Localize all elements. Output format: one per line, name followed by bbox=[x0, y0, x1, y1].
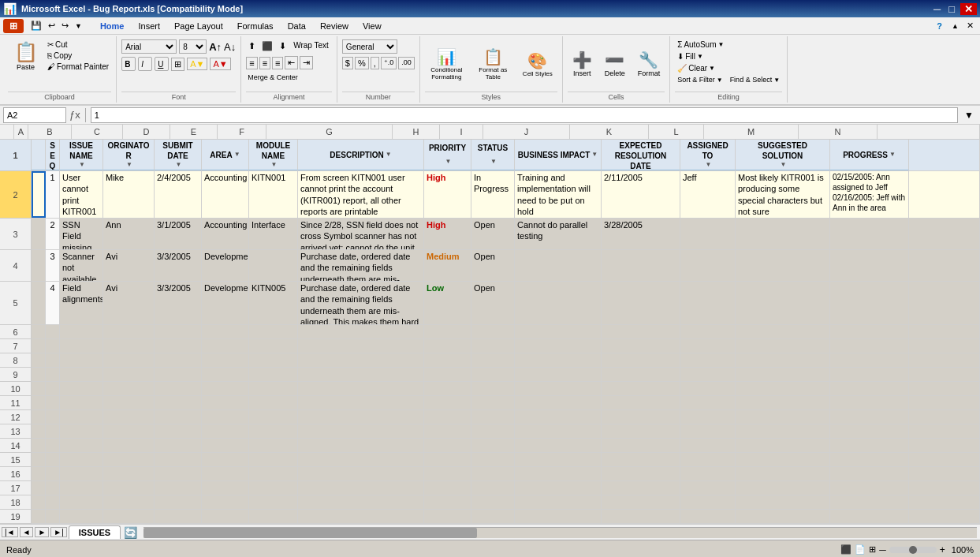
cell-m16[interactable] bbox=[680, 467, 736, 480]
cell-o11[interactable] bbox=[830, 396, 909, 409]
cell-j5[interactable]: Open bbox=[471, 282, 515, 324]
cell-f2[interactable]: Accounting bbox=[202, 171, 249, 218]
cell-e7[interactable] bbox=[155, 339, 202, 353]
border-btn[interactable]: ⊞ bbox=[171, 58, 184, 71]
cell-p12[interactable] bbox=[909, 410, 980, 424]
cell-c8[interactable] bbox=[60, 353, 103, 367]
cell-a2[interactable] bbox=[32, 171, 46, 218]
col-header-g[interactable]: G bbox=[266, 125, 393, 139]
row-header-6[interactable]: 6 bbox=[0, 325, 31, 339]
cell-f17[interactable] bbox=[202, 481, 249, 495]
horizontal-scrollbar[interactable] bbox=[143, 528, 977, 538]
cell-f16[interactable] bbox=[202, 467, 249, 480]
cell-g7[interactable] bbox=[249, 339, 298, 353]
cell-p17[interactable] bbox=[909, 481, 980, 495]
cell-c1[interactable]: ISSUE NAME ▼ bbox=[60, 140, 103, 170]
cell-j12[interactable] bbox=[471, 410, 515, 424]
view-pagebreak-btn[interactable]: ⊞ bbox=[869, 544, 876, 555]
cell-g5[interactable]: KITN005 bbox=[249, 282, 298, 324]
cell-i17[interactable] bbox=[424, 481, 471, 495]
cell-h18[interactable] bbox=[298, 495, 424, 509]
quick-undo[interactable]: ↩ bbox=[46, 21, 58, 31]
row-header-12[interactable]: 12 bbox=[0, 410, 31, 424]
cell-f10[interactable] bbox=[202, 382, 249, 395]
font-name-select[interactable]: Arial bbox=[121, 39, 177, 54]
cell-a1[interactable] bbox=[32, 140, 46, 170]
cell-p16[interactable] bbox=[909, 467, 980, 480]
cell-e17[interactable] bbox=[155, 481, 202, 495]
cell-f19[interactable] bbox=[202, 510, 249, 523]
cell-f14[interactable] bbox=[202, 439, 249, 452]
cell-b6[interactable] bbox=[46, 325, 60, 338]
cell-k5[interactable] bbox=[515, 282, 602, 324]
cell-g16[interactable] bbox=[249, 467, 298, 480]
cell-d4[interactable]: Avi bbox=[103, 250, 155, 281]
cell-a11[interactable] bbox=[32, 396, 46, 409]
row-header-7[interactable]: 7 bbox=[0, 339, 31, 353]
cell-h3[interactable]: Since 2/28, SSN field does not cross Sym… bbox=[298, 219, 424, 249]
cell-a9[interactable] bbox=[32, 368, 46, 381]
cell-g3[interactable]: Interface bbox=[249, 219, 298, 249]
formula-input[interactable] bbox=[91, 107, 958, 123]
cell-e13[interactable] bbox=[155, 424, 202, 438]
cell-m11[interactable] bbox=[680, 396, 736, 409]
cell-o10[interactable] bbox=[830, 382, 909, 395]
cell-e11[interactable] bbox=[155, 396, 202, 409]
currency-btn[interactable]: $ bbox=[342, 57, 353, 69]
cell-d3[interactable]: Ann bbox=[103, 219, 155, 249]
cell-d12[interactable] bbox=[103, 410, 155, 424]
cell-b11[interactable] bbox=[46, 396, 60, 409]
row-header-4[interactable]: 4 bbox=[0, 250, 31, 282]
menu-review[interactable]: Review bbox=[314, 20, 355, 32]
cell-l15[interactable] bbox=[602, 453, 680, 466]
cell-o17[interactable] bbox=[830, 481, 909, 495]
cell-f12[interactable] bbox=[202, 410, 249, 424]
cell-o15[interactable] bbox=[830, 453, 909, 466]
cell-f7[interactable] bbox=[202, 339, 249, 353]
cell-o3[interactable] bbox=[830, 219, 909, 249]
menu-home[interactable]: Home bbox=[94, 20, 131, 32]
row-header-9[interactable]: 9 bbox=[0, 368, 31, 382]
zoom-slider[interactable] bbox=[889, 547, 937, 553]
cell-d18[interactable] bbox=[103, 495, 155, 509]
cell-f9[interactable] bbox=[202, 368, 249, 381]
cell-c12[interactable] bbox=[60, 410, 103, 424]
cell-p10[interactable] bbox=[909, 382, 980, 395]
increase-decimal-btn[interactable]: .00 bbox=[398, 57, 415, 69]
col-header-h[interactable]: H bbox=[393, 125, 440, 139]
cell-d9[interactable] bbox=[103, 368, 155, 381]
cell-k12[interactable] bbox=[515, 410, 602, 424]
cell-n15[interactable] bbox=[736, 453, 830, 466]
cell-a12[interactable] bbox=[32, 410, 46, 424]
cell-h14[interactable] bbox=[298, 439, 424, 452]
col-header-c[interactable]: C bbox=[72, 125, 123, 139]
row-header-17[interactable]: 17 bbox=[0, 481, 31, 495]
cell-d6[interactable] bbox=[103, 325, 155, 338]
close-btn[interactable]: ✕ bbox=[960, 3, 977, 15]
cell-g17[interactable] bbox=[249, 481, 298, 495]
align-left-btn[interactable]: ≡ bbox=[246, 57, 257, 69]
cell-j13[interactable] bbox=[471, 424, 515, 438]
col-header-d[interactable]: D bbox=[123, 125, 170, 139]
cell-a4[interactable] bbox=[32, 250, 46, 281]
cell-j1[interactable]: STATUS ▼ bbox=[471, 140, 515, 170]
help-btn[interactable]: ? bbox=[932, 21, 947, 31]
cell-i8[interactable] bbox=[424, 353, 471, 367]
cell-n6[interactable] bbox=[736, 325, 830, 338]
cell-c14[interactable] bbox=[60, 439, 103, 452]
cell-e16[interactable] bbox=[155, 467, 202, 480]
cell-p15[interactable] bbox=[909, 453, 980, 466]
comma-btn[interactable]: , bbox=[371, 57, 379, 69]
cell-i16[interactable] bbox=[424, 467, 471, 480]
row-header-5[interactable]: 5 bbox=[0, 282, 31, 325]
number-format-select[interactable]: General bbox=[342, 39, 397, 54]
col-header-o[interactable] bbox=[878, 125, 980, 139]
cell-h12[interactable] bbox=[298, 410, 424, 424]
cell-p1[interactable] bbox=[909, 140, 980, 170]
format-as-table-btn[interactable]: 📋 Format as Table bbox=[471, 46, 515, 82]
cell-e14[interactable] bbox=[155, 439, 202, 452]
cell-p6[interactable] bbox=[909, 325, 980, 338]
cell-p7[interactable] bbox=[909, 339, 980, 353]
row-header-11[interactable]: 11 bbox=[0, 396, 31, 410]
cell-g9[interactable] bbox=[249, 368, 298, 381]
